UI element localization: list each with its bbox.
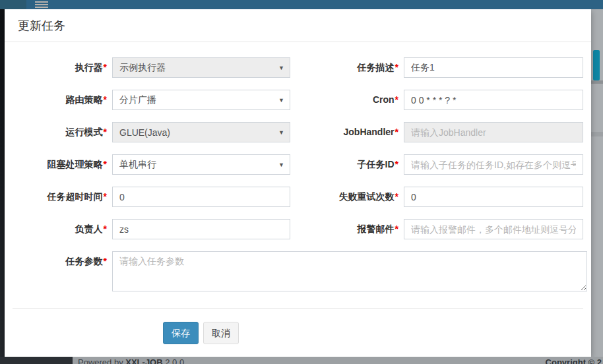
timeout-label: 任务超时时间* [15,187,107,207]
alarm-email-input[interactable] [404,219,583,239]
update-task-form: 执行器* 示例执行器 ▼ 任务描述* 路由策略* 分片广播 ▼ C [5,42,591,344]
page-footer: Powered by XXL-JOB 2.0.0 Copyright © 2 [0,357,603,364]
sidebar-footer-fragment [0,357,73,364]
required-asterisk: * [104,159,107,169]
executor-select: 示例执行器 ▼ [112,57,290,78]
required-asterisk: * [395,159,398,169]
required-asterisk: * [104,224,107,234]
chevron-down-icon: ▼ [278,129,284,136]
required-asterisk: * [104,62,107,73]
required-asterisk: * [395,127,398,137]
child-jobid-label: 子任务ID* [290,154,398,175]
route-strategy-select[interactable]: 分片广播 ▼ [112,90,290,110]
divider [591,132,603,136]
chevron-down-icon: ▼ [278,162,284,168]
page-right-edge-behind-backdrop [591,9,603,357]
modal-title: 更新任务 [18,18,578,34]
job-desc-input[interactable] [404,57,583,78]
cron-label: Cron* [290,90,398,110]
modal-header: 更新任务 [5,9,591,42]
chevron-down-icon: ▼ [278,65,284,71]
modal-actions: 保存取消 [5,309,591,344]
required-asterisk: * [104,94,107,105]
sidebar-edge-behind-backdrop [0,9,5,364]
required-asterisk: * [395,191,398,202]
glue-type-select: GLUE(Java) ▼ [112,122,290,142]
glue-type-label: 运行模式* [15,122,107,142]
job-params-label: 任务参数* [15,251,107,272]
executor-label: 执行器* [15,57,107,78]
save-button[interactable]: 保存 [163,322,199,344]
alarm-email-label: 报警邮件* [290,219,398,239]
route-strategy-label: 路由策略* [15,90,107,110]
jobhandler-input [404,122,583,142]
required-asterisk: * [395,224,398,234]
sidebar-header-strip [0,0,26,9]
block-strategy-select[interactable]: 单机串行 ▼ [112,154,290,175]
chevron-down-icon: ▼ [278,97,284,104]
jobhandler-label: JobHandler* [290,122,398,142]
retry-count-input[interactable] [404,187,583,207]
hamburger-menu-icon[interactable] [35,1,48,9]
author-input[interactable] [112,219,290,239]
teal-button-fragment [593,50,600,80]
job-params-textarea[interactable] [112,251,587,291]
timeout-input[interactable] [112,187,290,207]
child-jobid-input[interactable] [404,154,583,175]
required-asterisk: * [104,127,107,137]
powered-by-text: Powered by XXL-JOB 2.0.0 [78,357,184,364]
required-asterisk: * [104,191,107,202]
required-asterisk: * [104,256,107,266]
author-label: 负责人* [15,219,107,239]
block-strategy-label: 阻塞处理策略* [15,154,107,175]
job-desc-label: 任务描述* [290,57,398,78]
cron-input[interactable] [404,90,583,110]
top-navbar [0,0,603,9]
cancel-button[interactable]: 取消 [203,322,239,344]
retry-count-label: 失败重试次数* [290,187,398,207]
copyright-text: Copyright © 2 [546,357,602,364]
divider [591,80,603,84]
required-asterisk: * [395,94,398,105]
brand-name: XXL-JOB [125,357,162,364]
required-asterisk: * [395,62,398,73]
update-task-modal: 更新任务 执行器* 示例执行器 ▼ 任务描述* 路由策略* 分片广播 [5,9,591,357]
